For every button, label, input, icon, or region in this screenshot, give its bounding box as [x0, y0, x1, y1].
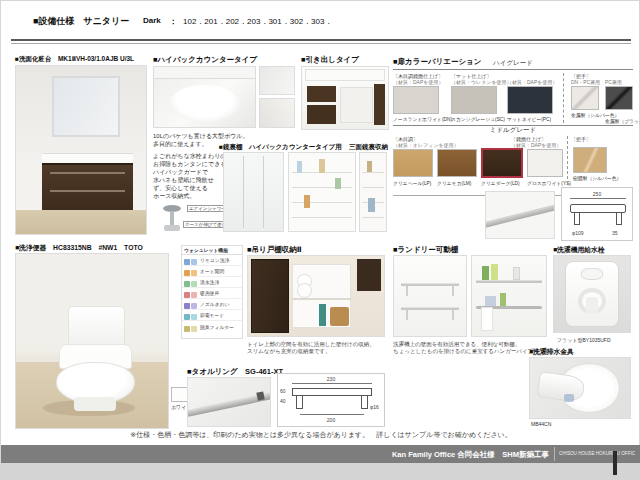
- section-colors: ■扉カラーバリエーション ハイグレード 〔木目調鏡面仕上げ〕 （材質：DAPを使…: [393, 55, 633, 201]
- toiletry-item: [297, 161, 302, 173]
- ring-dim-h2: 40: [280, 398, 286, 404]
- bar-dim-top: 250: [562, 191, 632, 197]
- drawer-interior: [340, 87, 373, 123]
- mirror-storage-title: 三面鏡裏収納: [349, 143, 388, 152]
- bar-leg-left: [574, 213, 580, 225]
- towel-ring-photo: [187, 377, 271, 427]
- spray-bottle: [500, 293, 506, 306]
- hg-finish1-note: （材質：DAPを使用）: [393, 79, 443, 85]
- wood-box: [330, 307, 349, 326]
- mg-divider: [567, 136, 568, 184]
- open-drawer-2: [307, 105, 336, 124]
- towel-bar-photo: [485, 191, 555, 239]
- grade-high-label: ハイグレード: [393, 59, 633, 67]
- toiletry-item: [368, 198, 375, 212]
- washlet-feature-label: 温水洗浄: [200, 279, 219, 285]
- ring-dim-line-top: [292, 383, 372, 384]
- guard-note-2: お掃除もカンタンにできる: [153, 161, 226, 169]
- swatch-name: マットネイビー(PC): [507, 116, 551, 122]
- towel-ring-drawing: 230 60 40 200 φ16: [277, 373, 385, 427]
- section-laundry: ■ランドリー可動棚 洗濯機上の壁面を有効活用できる、便利な可動棚。 ちょっとした…: [393, 245, 549, 359]
- tap-title: ■洗濯機用給水栓: [553, 245, 605, 255]
- toilet-photo: [15, 253, 169, 429]
- open-drawer-1: [307, 86, 336, 102]
- section-towel-bar: 250 φ109 35: [481, 187, 633, 241]
- header-rule-thick: [11, 39, 631, 41]
- section-toilet: ■洗浄便器 HC83315NB #NW1 TOTO: [15, 241, 171, 429]
- feature-icon: [191, 326, 197, 332]
- vanity-cabinet: [42, 163, 133, 210]
- footer-bar: Kan Family Office 合同会社様 SHM新築工事 CHISOU H…: [1, 445, 640, 463]
- shelf-board-2: [401, 307, 459, 310]
- toilet-title: ■洗浄便器 HC83315NB #NW1 TOTO: [15, 243, 143, 253]
- tap-spout: [586, 297, 598, 314]
- towel-bar-drawing: 250 φ109 35: [561, 187, 633, 241]
- scroll-indicator[interactable]: [613, 451, 617, 475]
- feature-icon: [184, 326, 190, 332]
- spray-bottle: [319, 304, 326, 326]
- swatch-name: グロスホワイト(YS): [527, 180, 571, 186]
- open-door: [374, 84, 384, 125]
- toilet-paper-roll: [297, 283, 312, 297]
- detergent-bottle: [491, 264, 498, 280]
- ring-dim-dia: φ16: [370, 404, 379, 410]
- bar-dim-b: 35: [612, 230, 618, 236]
- highback-counter-photo: [153, 66, 256, 128]
- grade-mid-label: ミドルグレード: [393, 126, 633, 134]
- handle-resin-silver-photo: [573, 147, 607, 173]
- toilet-tank: [68, 306, 126, 348]
- handle-metal-black-photo: [605, 86, 633, 110]
- guard-note-5: ず、安心して使える: [153, 185, 208, 193]
- hg-finish2-note1: （材質：ウレタンを使用）: [451, 79, 512, 85]
- ring-dim-bottom: 200: [278, 417, 384, 423]
- backguard: [154, 67, 255, 79]
- washlet-feature-label: オート開閉: [200, 268, 224, 274]
- storage-note-2: スリムながら充実の収納量です。: [247, 348, 331, 355]
- faucet-base: [164, 225, 180, 231]
- section-counter: ■ハイバックカウンタータイプ ■引き出しタイプ 10Lのバケツも置ける大型ボウル…: [153, 55, 389, 237]
- swatch-name: ノースランドホワイト(DN): [393, 116, 452, 122]
- towel-bar: [485, 204, 555, 228]
- page-title: ■設備仕様 サニタリー: [33, 15, 129, 28]
- tap-handle: [581, 268, 602, 280]
- plan-room-numbers: 102．201．202．203．301．302．303．: [183, 16, 332, 27]
- plan-colon: ：: [169, 16, 177, 27]
- disclaimer: ※仕様・色柄・色調等は、印刷のため実物とは多少異なる場合があります。 詳しくはサ…: [1, 430, 640, 440]
- ring-dim-line-bottom: [300, 414, 364, 415]
- drain-sticker: [564, 394, 574, 402]
- mirror-divider-2: [263, 156, 264, 228]
- section-towel-ring: ■タオルリング SG-461-XT 230 60 40 200 φ16: [187, 367, 387, 429]
- swatch-matte-navy: [507, 86, 553, 114]
- bottom-strip: [1, 463, 640, 480]
- section-wall-storage: ■吊り戸棚収納Ⅱ トイレ上部の空間を有効に活用した壁付けの収納。 スリムながら充…: [247, 245, 387, 359]
- vanity-cabinet-handle: [50, 172, 125, 174]
- counter-detail-photo-1: [259, 66, 295, 95]
- swatch-name: クリエペール(LP): [393, 180, 431, 186]
- drain-caption: MB44CN: [531, 421, 551, 427]
- mg-finish1-note: （材質：オレフィンを使用）: [393, 142, 459, 148]
- bar-dim-line: [570, 198, 626, 199]
- storage-title: ■吊り戸棚収納Ⅱ: [247, 245, 302, 255]
- bowl-note-1: 10Lのバケツも置ける大型ボウル。: [153, 133, 248, 141]
- shelf-lines: [362, 158, 385, 227]
- ring-profile-bar: [292, 388, 372, 396]
- toiletry-item: [367, 161, 373, 172]
- bar-dim-dia: φ109: [572, 230, 584, 236]
- drawer-type-photo: [301, 66, 389, 130]
- swatch-name: スカンジグレージュ(SC): [451, 116, 505, 122]
- vanity-cabinet-handle2: [50, 190, 125, 192]
- handle-name: 金属製（ブラック色）: [605, 118, 640, 124]
- shelf-board: [292, 298, 352, 300]
- section-tap: ■洗濯機用給水栓 フラット型BY1035UFD: [553, 245, 633, 347]
- shelf-bracket: [406, 310, 408, 320]
- swatch-crea-mocha: [437, 149, 477, 177]
- shelf-board-1: [401, 283, 459, 286]
- shelf-board: [476, 280, 541, 283]
- hg-finish2-note2: （材質：DAPを使用）: [507, 79, 557, 85]
- vanity-photo: [15, 65, 147, 235]
- storage-note-1: トイレ上部の空間を有効に活用した壁付けの収納。: [247, 341, 375, 348]
- header: ■設備仕様 サニタリー Dark ： 102．201．202．203．301．3…: [1, 1, 640, 47]
- ring-dim-h1: 60: [280, 388, 286, 394]
- hg-handle-note1: DN・PC兼用: [571, 79, 600, 85]
- cabinet-door-left: [251, 259, 289, 333]
